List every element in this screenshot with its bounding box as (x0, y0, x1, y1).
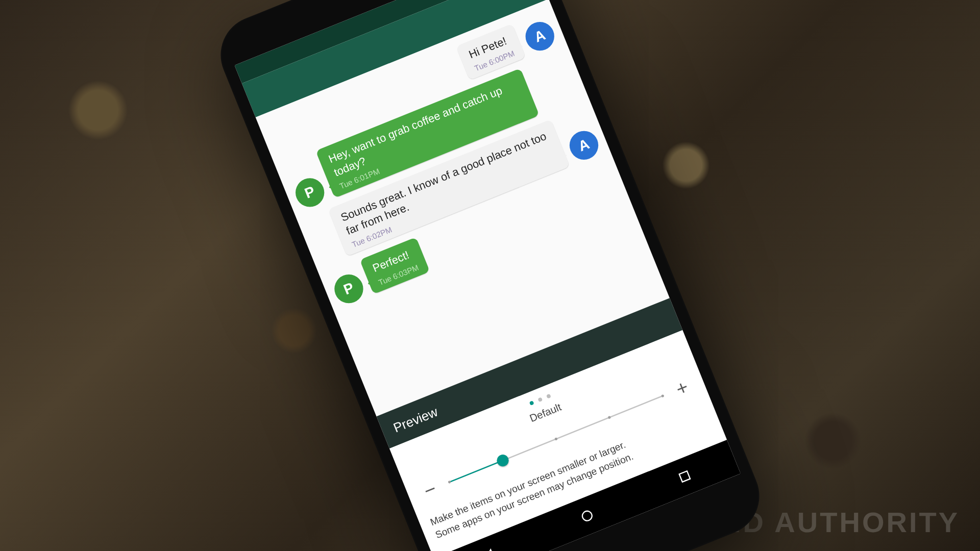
slider-tick (661, 394, 665, 397)
slider-fill (449, 460, 503, 483)
avatar-p: P (330, 270, 368, 307)
nav-back-button[interactable] (473, 538, 507, 551)
slider-thumb[interactable] (495, 453, 510, 468)
page-dot (529, 400, 534, 405)
avatar-p: P (291, 174, 329, 211)
page-dot (546, 393, 551, 398)
nav-recents-button[interactable] (668, 459, 702, 493)
svg-point-5 (581, 510, 593, 522)
nav-home-button[interactable] (570, 499, 604, 533)
page-dot (537, 397, 543, 402)
decrease-size-button[interactable]: − (414, 474, 445, 505)
increase-size-button[interactable]: + (667, 372, 697, 403)
svg-rect-6 (679, 471, 690, 482)
